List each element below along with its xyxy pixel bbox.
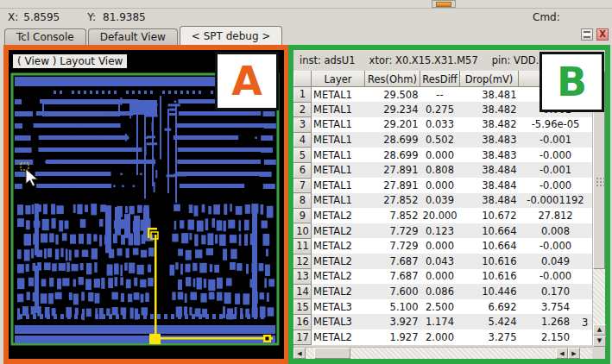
x-coordinate-label: X: bbox=[8, 11, 18, 23]
table-row[interactable]: 8 METAL1 27.852 0.039 38.484 -0.0001192 bbox=[294, 193, 593, 209]
table-row[interactable]: 5 METAL1 28.699 0.000 38.483 -0.000 bbox=[294, 147, 593, 163]
tab-spt-debug[interactable]: < SPT debug > bbox=[180, 26, 283, 45]
clipped-column-value: 3 bbox=[582, 317, 588, 329]
table-row[interactable]: 15 METAL3 5.100 2.500 6.692 3.754 bbox=[294, 299, 593, 315]
col-rownum[interactable] bbox=[294, 72, 312, 87]
inst-value: adsU1 bbox=[325, 54, 356, 66]
table-row[interactable]: 13 METAL2 7.687 0.000 10.616 -0.000 bbox=[294, 269, 593, 285]
tab-bar: Tcl Console Default View < SPT debug > X bbox=[0, 26, 612, 45]
scroll-left-icon-right[interactable]: ◀ bbox=[556, 348, 568, 359]
y-coordinate-value: 81.9385 bbox=[103, 11, 146, 23]
app-window: X: 5.8595 Y: 81.9385 Cmd: Tcl Console De… bbox=[0, 0, 612, 364]
table-row[interactable]: 6 METAL1 27.891 0.808 38.484 -0.001 bbox=[294, 162, 593, 178]
xtor-value: X0.X15.X31.M57 bbox=[395, 54, 478, 66]
toolbar-icon[interactable] bbox=[432, 0, 456, 8]
vertical-scrollbar[interactable]: ▲ ▼ bbox=[592, 71, 605, 347]
annotation-a: A bbox=[215, 52, 279, 110]
table-row[interactable]: 3 METAL1 29.201 0.033 38.482 -5.96e-05 bbox=[294, 117, 593, 133]
y-coordinate-label: Y: bbox=[87, 11, 96, 23]
status-bar: X: 5.8595 Y: 81.9385 Cmd: bbox=[0, 9, 612, 26]
col-res[interactable]: Res(Ohm) bbox=[365, 72, 420, 87]
table-row[interactable]: 17 METAL2 1.927 2.000 3.275 2.150 bbox=[294, 329, 593, 345]
inst-label: inst: bbox=[300, 54, 321, 66]
annotation-b: B bbox=[539, 52, 604, 112]
scroll-right-icon[interactable]: ▶ bbox=[568, 348, 580, 359]
horizontal-scrollbar-thumb[interactable] bbox=[314, 348, 350, 359]
cmd-label: Cmd: bbox=[533, 11, 560, 23]
scroll-left-icon[interactable]: ◀ bbox=[293, 348, 306, 359]
tab-tcl-console[interactable]: Tcl Console bbox=[4, 28, 86, 45]
debug-table-panel: inst: adsU1 xtor: X0.X15.X31.M57 pin: VD… bbox=[288, 45, 610, 364]
scrollbar-corner bbox=[592, 347, 605, 359]
list-icon[interactable] bbox=[581, 28, 593, 41]
scroll-down-icon[interactable]: ▼ bbox=[593, 336, 606, 347]
col-layer[interactable]: Layer bbox=[312, 72, 365, 87]
tab-default-view[interactable]: Default View bbox=[88, 28, 178, 45]
xtor-label: xtor: bbox=[369, 54, 393, 66]
table-row[interactable]: 14 METAL2 7.600 0.086 10.446 0.170 bbox=[294, 284, 593, 299]
col-resdiff[interactable]: ResDiff bbox=[420, 72, 460, 87]
orange-tool-icon bbox=[436, 2, 451, 7]
table-row[interactable]: 10 METAL2 7.729 0.123 10.664 0.008 bbox=[294, 223, 593, 239]
scroll-up-icon[interactable]: ▲ bbox=[593, 324, 606, 336]
table-row[interactable]: 4 METAL1 28.699 0.502 38.483 -0.001 bbox=[294, 132, 593, 147]
table-row[interactable]: 16 METAL3 3.927 1.174 5.424 1.268 bbox=[294, 314, 593, 329]
x-coordinate-value: 5.8595 bbox=[23, 11, 60, 23]
top-toolbar bbox=[0, 0, 612, 9]
horizontal-scrollbar[interactable]: ◀ ◀ ▶ bbox=[293, 347, 592, 359]
pin-label: pin: bbox=[492, 54, 511, 66]
content-area: ( View ) Layout View A inst: adsU1 xtor:… bbox=[0, 45, 612, 364]
col-drop[interactable]: Drop(mV) bbox=[460, 72, 519, 87]
close-icon[interactable]: X bbox=[596, 28, 609, 41]
layout-panel: ( View ) Layout View A bbox=[3, 45, 289, 364]
view-menu-label[interactable]: ( View ) Layout View bbox=[13, 54, 127, 68]
table-row[interactable]: 11 METAL2 7.729 0.000 10.664 -0.000 bbox=[294, 238, 593, 254]
table-row[interactable]: 12 METAL2 7.687 0.043 10.616 0.049 bbox=[294, 254, 593, 269]
table-row[interactable]: 7 METAL1 27.891 0.000 38.484 -0.000 bbox=[294, 178, 593, 193]
table-row[interactable]: 9 METAL2 7.852 20.000 10.672 27.812 bbox=[294, 208, 593, 223]
